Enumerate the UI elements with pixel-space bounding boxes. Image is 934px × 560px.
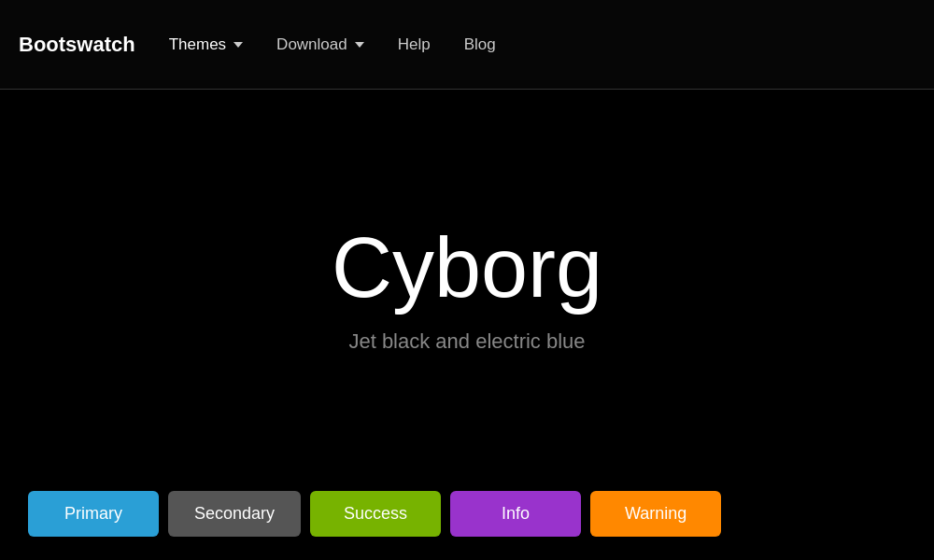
- nav-link-blog[interactable]: Blog: [449, 26, 511, 63]
- nav-link-help[interactable]: Help: [383, 26, 446, 63]
- nav-link-themes[interactable]: Themes: [154, 26, 258, 63]
- buttons-section: Primary Secondary Success Info Warning: [0, 467, 934, 560]
- navbar: Bootswatch Themes Download Help Blog: [0, 0, 934, 90]
- hero-section: Cyborg Jet black and electric blue: [0, 90, 934, 467]
- nav-item-help: Help: [383, 26, 446, 63]
- chevron-down-icon: [234, 42, 243, 48]
- nav-item-blog: Blog: [449, 26, 511, 63]
- hero-subtitle: Jet black and electric blue: [348, 329, 585, 354]
- secondary-button[interactable]: Secondary: [168, 491, 301, 537]
- warning-button[interactable]: Warning: [590, 491, 721, 537]
- nav-item-download: Download: [262, 26, 379, 63]
- hero-title: Cyborg: [332, 222, 602, 315]
- nav-item-themes: Themes: [154, 26, 258, 63]
- navbar-brand[interactable]: Bootswatch: [19, 33, 135, 57]
- success-button[interactable]: Success: [310, 491, 441, 537]
- primary-button[interactable]: Primary: [28, 491, 159, 537]
- info-button[interactable]: Info: [450, 491, 581, 537]
- nav-link-download[interactable]: Download: [262, 26, 379, 63]
- chevron-down-icon: [355, 42, 364, 48]
- navbar-nav: Themes Download Help Blog: [154, 26, 511, 63]
